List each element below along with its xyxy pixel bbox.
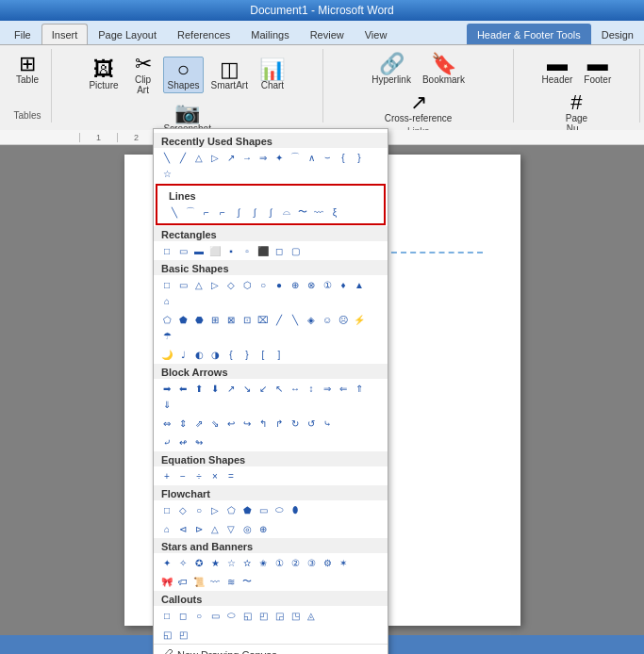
arrow-8[interactable]: ↖: [272, 381, 287, 396]
star-10[interactable]: ③: [304, 555, 319, 570]
line-arc[interactable]: ⌒: [183, 204, 198, 220]
rect-2[interactable]: ▭: [175, 243, 190, 258]
arrow-28[interactable]: ↬: [191, 434, 206, 450]
flow-14[interactable]: ▽: [223, 521, 239, 536]
basic-21[interactable]: ⌧: [256, 312, 271, 327]
tab-header-footer-tools[interactable]: Header & Footer Tools: [467, 24, 591, 44]
hyperlink-button[interactable]: 🔗 Hyperlink: [367, 51, 416, 88]
basic-19[interactable]: ⊠: [223, 312, 239, 327]
basic-27[interactable]: ⚡: [352, 312, 367, 327]
flow-16[interactable]: ⊕: [256, 521, 271, 536]
arrow-12[interactable]: ⇐: [336, 381, 351, 396]
flow-11[interactable]: ⊲: [175, 521, 190, 536]
arrow-17[interactable]: ⇗: [191, 416, 206, 431]
flow-1[interactable]: □: [159, 502, 174, 517]
tab-references[interactable]: References: [167, 24, 240, 44]
rect-5[interactable]: ▪: [223, 243, 239, 258]
flow-6[interactable]: ⬟: [239, 502, 255, 517]
shape-caret[interactable]: ∧: [304, 150, 319, 165]
line-curve[interactable]: ∫: [231, 204, 246, 220]
callout-1[interactable]: □: [159, 608, 174, 623]
basic-4[interactable]: ▷: [207, 277, 223, 292]
arrow-20[interactable]: ↪: [239, 416, 255, 431]
arrow-25[interactable]: ⤷: [320, 416, 335, 431]
star-9[interactable]: ②: [288, 555, 303, 570]
basic-7[interactable]: ○: [256, 277, 271, 292]
shape-arc[interactable]: ⌒: [288, 150, 303, 165]
basic-22[interactable]: ╱: [272, 312, 287, 327]
arrow-18[interactable]: ⇘: [207, 416, 223, 431]
tab-review[interactable]: Review: [300, 24, 355, 44]
eq-plus[interactable]: +: [159, 468, 174, 483]
arrow-7[interactable]: ↙: [256, 381, 271, 396]
flow-5[interactable]: ⬠: [223, 502, 239, 517]
basic-9[interactable]: ⊕: [288, 277, 303, 292]
basic-18[interactable]: ⊞: [207, 312, 223, 327]
tab-design[interactable]: Design: [591, 24, 644, 44]
star-2[interactable]: ✧: [175, 555, 190, 570]
callout-2[interactable]: ◻: [175, 608, 190, 623]
basic-31[interactable]: ◐: [191, 347, 206, 362]
arrow-4[interactable]: ⬇: [207, 381, 223, 396]
star-11[interactable]: ⚙: [320, 555, 335, 570]
arrow-11[interactable]: ⇒: [320, 381, 335, 396]
flow-8[interactable]: ⬭: [272, 502, 287, 517]
shape-brace-l[interactable]: {: [336, 150, 351, 165]
line-freeform[interactable]: ∫: [263, 204, 278, 220]
tab-mailings[interactable]: Mailings: [240, 24, 299, 44]
callout-6[interactable]: ◱: [239, 608, 255, 623]
basic-34[interactable]: }: [239, 347, 255, 362]
table-button[interactable]: ⊞ Table: [9, 51, 45, 88]
tab-view[interactable]: View: [355, 24, 398, 44]
picture-button[interactable]: 🖼 Picture: [84, 57, 123, 93]
rect-3[interactable]: ▬: [191, 243, 206, 258]
banner-5[interactable]: ≋: [223, 574, 239, 589]
shape-arrow-r[interactable]: →: [239, 150, 255, 165]
arrow-5[interactable]: ↗: [223, 381, 239, 396]
arrow-1[interactable]: ➡: [159, 381, 174, 396]
eq-multiply[interactable]: ×: [207, 468, 223, 483]
rect-1[interactable]: □: [159, 243, 174, 258]
callout-12[interactable]: ◰: [175, 627, 190, 642]
arrow-14[interactable]: ⇓: [159, 397, 174, 412]
tab-page-layout[interactable]: Page Layout: [88, 24, 167, 44]
footer-button[interactable]: ▬ Footer: [579, 51, 616, 88]
arrow-13[interactable]: ⇑: [352, 381, 367, 396]
shape-line[interactable]: ╲: [159, 150, 174, 165]
line-squiggle[interactable]: 〰: [311, 204, 326, 220]
smartart-button[interactable]: ◫ SmartArt: [206, 57, 252, 93]
basic-13[interactable]: ▲: [352, 277, 367, 292]
callout-5[interactable]: ⬭: [223, 608, 239, 623]
callout-7[interactable]: ◰: [256, 608, 271, 623]
callout-3[interactable]: ○: [191, 608, 206, 623]
arrow-6[interactable]: ↘: [239, 381, 255, 396]
eq-divide[interactable]: ÷: [191, 468, 206, 483]
arrow-27[interactable]: ↫: [175, 434, 190, 450]
shape-slash[interactable]: ╱: [175, 150, 190, 165]
line-elbow[interactable]: ⌐: [199, 204, 214, 220]
callout-9[interactable]: ◳: [288, 608, 303, 623]
star-5[interactable]: ☆: [223, 555, 239, 570]
line-lightning[interactable]: ξ: [327, 204, 342, 220]
shape-arrow-ne[interactable]: ↗: [223, 150, 239, 165]
rect-9[interactable]: ▢: [288, 243, 303, 258]
basic-33[interactable]: {: [223, 347, 239, 362]
rect-7[interactable]: ⬛: [256, 243, 271, 258]
banner-1[interactable]: 🎀: [159, 574, 174, 589]
line-zigzag[interactable]: ⌓: [279, 204, 294, 220]
line-scribble[interactable]: ∫: [247, 204, 262, 220]
tab-insert[interactable]: Insert: [41, 24, 89, 44]
arrow-9[interactable]: ↔: [288, 381, 303, 396]
basic-26[interactable]: ☹: [336, 312, 351, 327]
star-4[interactable]: ★: [207, 555, 223, 570]
arrow-2[interactable]: ⬅: [175, 381, 190, 396]
star-8[interactable]: ①: [272, 555, 287, 570]
banner-2[interactable]: 🏷: [175, 574, 190, 589]
basic-10[interactable]: ⊗: [304, 277, 319, 292]
clip-art-button[interactable]: ✂ ClipArt: [125, 51, 161, 98]
basic-14[interactable]: ⌂: [159, 293, 174, 308]
shape-star4[interactable]: ✦: [272, 150, 287, 165]
basic-8[interactable]: ●: [272, 277, 287, 292]
shape-curve[interactable]: ⌣: [320, 150, 335, 165]
shape-brace-r[interactable]: }: [352, 150, 367, 165]
